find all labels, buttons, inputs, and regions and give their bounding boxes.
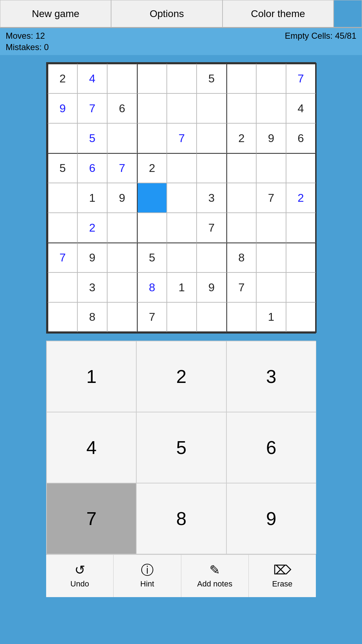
cell-2-2[interactable] (107, 123, 137, 153)
cell-5-0[interactable] (48, 213, 77, 243)
cell-2-7[interactable]: 9 (256, 123, 286, 153)
cell-1-2[interactable]: 6 (107, 93, 137, 123)
cell-7-0[interactable] (48, 272, 77, 302)
cell-3-2[interactable]: 7 (107, 153, 137, 183)
extra-button (334, 0, 362, 27)
cell-7-4[interactable]: 1 (167, 272, 197, 302)
cell-0-6[interactable] (226, 64, 256, 93)
cell-4-4[interactable] (167, 183, 197, 213)
numpad-btn-7[interactable]: 7 (46, 483, 136, 554)
cell-8-5[interactable] (197, 302, 226, 332)
cell-4-8[interactable]: 2 (286, 183, 316, 213)
numpad-grid: 123456789 (46, 341, 316, 554)
cell-7-7[interactable] (256, 272, 286, 302)
cell-1-8[interactable]: 4 (286, 93, 316, 123)
cell-7-5[interactable]: 9 (197, 272, 226, 302)
cell-6-4[interactable] (167, 243, 197, 272)
cell-6-7[interactable] (256, 243, 286, 272)
numpad-btn-6[interactable]: 6 (226, 412, 316, 483)
cell-8-1[interactable]: 8 (77, 302, 107, 332)
cell-8-3[interactable]: 7 (137, 302, 167, 332)
cell-1-7[interactable] (256, 93, 286, 123)
cell-3-1[interactable]: 6 (77, 153, 107, 183)
cell-3-3[interactable]: 2 (137, 153, 167, 183)
cell-4-5[interactable]: 3 (197, 183, 226, 213)
cell-8-0[interactable] (48, 302, 77, 332)
hint-icon: ⓘ (141, 564, 154, 577)
cell-3-0[interactable]: 5 (48, 153, 77, 183)
cell-7-6[interactable]: 7 (226, 272, 256, 302)
cell-2-8[interactable]: 6 (286, 123, 316, 153)
options-button[interactable]: Options (111, 0, 222, 27)
numpad-btn-4[interactable]: 4 (46, 412, 136, 483)
numpad-btn-8[interactable]: 8 (136, 483, 226, 554)
cell-2-4[interactable]: 7 (167, 123, 197, 153)
numpad-btn-3[interactable]: 3 (226, 341, 316, 412)
cell-6-0[interactable]: 7 (48, 243, 77, 272)
cell-3-7[interactable] (256, 153, 286, 183)
cell-4-7[interactable]: 7 (256, 183, 286, 213)
cell-2-5[interactable] (197, 123, 226, 153)
cell-4-0[interactable] (48, 183, 77, 213)
erase-button[interactable]: ⌦ Erase (249, 555, 316, 597)
cell-5-2[interactable] (107, 213, 137, 243)
cell-2-1[interactable]: 5 (77, 123, 107, 153)
new-game-button[interactable]: New game (0, 0, 111, 27)
cell-6-2[interactable] (107, 243, 137, 272)
cell-7-2[interactable] (107, 272, 137, 302)
cell-6-1[interactable]: 9 (77, 243, 107, 272)
cell-5-6[interactable] (226, 213, 256, 243)
cell-2-0[interactable] (48, 123, 77, 153)
cell-5-4[interactable] (167, 213, 197, 243)
cell-0-4[interactable] (167, 64, 197, 93)
cell-0-7[interactable] (256, 64, 286, 93)
cell-0-5[interactable]: 5 (197, 64, 226, 93)
cell-2-3[interactable] (137, 123, 167, 153)
numpad-btn-9[interactable]: 9 (226, 483, 316, 554)
cell-0-2[interactable] (107, 64, 137, 93)
cell-8-2[interactable] (107, 302, 137, 332)
cell-6-3[interactable]: 5 (137, 243, 167, 272)
cell-3-4[interactable] (167, 153, 197, 183)
cell-0-3[interactable] (137, 64, 167, 93)
cell-8-4[interactable] (167, 302, 197, 332)
cell-0-0[interactable]: 2 (48, 64, 77, 93)
cell-2-6[interactable]: 2 (226, 123, 256, 153)
cell-1-6[interactable] (226, 93, 256, 123)
numpad-btn-2[interactable]: 2 (136, 341, 226, 412)
cell-1-1[interactable]: 7 (77, 93, 107, 123)
cell-4-1[interactable]: 1 (77, 183, 107, 213)
cell-0-1[interactable]: 4 (77, 64, 107, 93)
cell-5-3[interactable] (137, 213, 167, 243)
cell-6-5[interactable] (197, 243, 226, 272)
color-theme-button[interactable]: Color theme (223, 0, 334, 27)
cell-3-5[interactable] (197, 153, 226, 183)
cell-5-5[interactable]: 7 (197, 213, 226, 243)
cell-0-8[interactable]: 7 (286, 64, 316, 93)
cell-5-1[interactable]: 2 (77, 213, 107, 243)
cell-8-8[interactable] (286, 302, 316, 332)
numpad-btn-1[interactable]: 1 (46, 341, 136, 412)
cell-1-3[interactable] (137, 93, 167, 123)
cell-1-5[interactable] (197, 93, 226, 123)
cell-4-3[interactable] (137, 183, 167, 213)
cell-6-8[interactable] (286, 243, 316, 272)
cell-5-7[interactable] (256, 213, 286, 243)
cell-5-8[interactable] (286, 213, 316, 243)
cell-4-6[interactable] (226, 183, 256, 213)
hint-button[interactable]: ⓘ Hint (114, 555, 181, 597)
cell-1-0[interactable]: 9 (48, 93, 77, 123)
cell-4-2[interactable]: 9 (107, 183, 137, 213)
add-notes-button[interactable]: ✎ Add notes (181, 555, 249, 597)
cell-1-4[interactable] (167, 93, 197, 123)
cell-8-7[interactable]: 1 (256, 302, 286, 332)
cell-7-8[interactable] (286, 272, 316, 302)
cell-3-6[interactable] (226, 153, 256, 183)
cell-7-1[interactable]: 3 (77, 272, 107, 302)
undo-button[interactable]: ↺ Undo (46, 555, 114, 597)
cell-6-6[interactable]: 8 (226, 243, 256, 272)
cell-8-6[interactable] (226, 302, 256, 332)
cell-3-8[interactable] (286, 153, 316, 183)
cell-7-3[interactable]: 8 (137, 272, 167, 302)
numpad-btn-5[interactable]: 5 (136, 412, 226, 483)
